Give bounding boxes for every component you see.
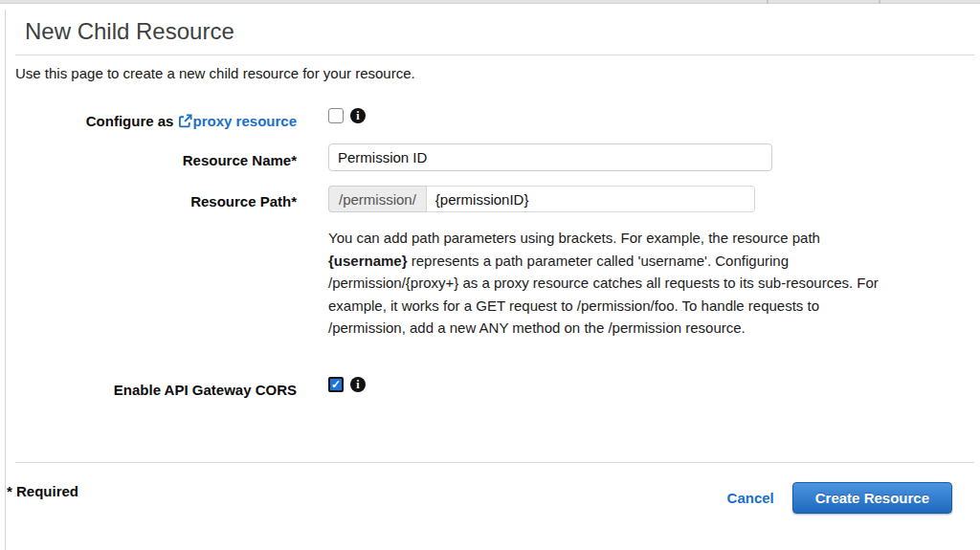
resource-name-row: Resource Name* — [15, 143, 772, 171]
cors-row: Enable API Gateway CORS ✓ i — [15, 373, 366, 399]
browser-tab-strip — [0, 0, 980, 4]
page-intro: Use this page to create a new child reso… — [15, 64, 415, 83]
required-note: * Required — [7, 483, 78, 499]
tab-divider — [767, 0, 768, 4]
resource-name-label: Resource Name* — [15, 143, 297, 169]
resource-name-control — [328, 143, 772, 171]
resource-name-input[interactable] — [328, 143, 772, 171]
page-title: New Child Resource — [25, 18, 234, 45]
cancel-button[interactable]: Cancel — [727, 490, 774, 506]
resource-path-input-group: /permission/ — [328, 186, 755, 212]
resource-path-row: Resource Path* /permission/ — [15, 186, 755, 212]
footer-actions: Cancel Create Resource — [727, 481, 952, 514]
configure-as-label: Configure as proxy resource — [15, 105, 297, 130]
cors-control: ✓ i — [328, 373, 366, 392]
pane-left-border — [5, 10, 6, 550]
title-divider — [15, 55, 974, 55]
resource-path-label: Resource Path* — [15, 186, 297, 210]
proxy-resource-checkbox[interactable] — [328, 108, 344, 123]
path-help-text: You can add path parameters using bracke… — [328, 227, 879, 340]
info-icon[interactable]: i — [350, 377, 366, 392]
footer-divider — [15, 462, 974, 463]
tab-divider — [879, 0, 880, 4]
resource-path-prefix: /permission/ — [328, 186, 426, 212]
cors-checkbox[interactable]: ✓ — [328, 377, 344, 392]
resource-path-control: /permission/ — [328, 186, 755, 212]
configure-as-row: Configure as proxy resource i — [15, 105, 366, 130]
cors-label: Enable API Gateway CORS — [15, 373, 297, 399]
create-resource-button[interactable]: Create Resource — [792, 482, 952, 514]
configure-as-control: i — [328, 105, 366, 123]
external-link-icon — [178, 114, 192, 128]
proxy-resource-link[interactable]: proxy resource — [178, 113, 297, 129]
info-icon[interactable]: i — [350, 108, 366, 123]
resource-path-input[interactable] — [426, 186, 755, 212]
check-icon: ✓ — [331, 379, 341, 390]
